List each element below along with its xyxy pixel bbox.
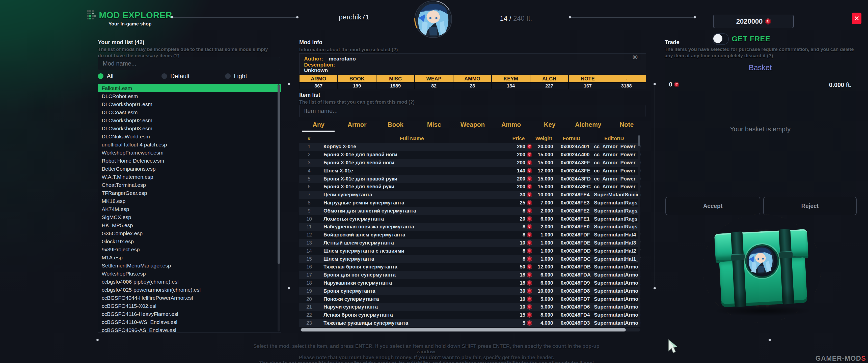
mod-list-item[interactable]: ccBGSFO4116-HeavyFlamer.esl xyxy=(98,310,281,318)
mod-list-item[interactable]: WorkshopPlus.esp xyxy=(98,270,281,278)
mod-list-item[interactable]: Fallout4.esm xyxy=(98,84,281,92)
item-search-input[interactable] xyxy=(299,105,646,117)
item-formid: 0x00248FD8 xyxy=(555,288,588,294)
item-num: 10 xyxy=(299,216,319,222)
category-tab[interactable]: Book xyxy=(376,119,415,130)
accept-button[interactable]: Accept xyxy=(665,197,760,215)
item-row[interactable]: 20 Поножи супермутанта 10 5.000 0x00248F… xyxy=(299,295,641,303)
gutter-line xyxy=(289,84,289,288)
item-row[interactable]: 5 Броня X-01e для правой руки 200 15.000… xyxy=(299,175,641,183)
category-tab[interactable]: Ammo xyxy=(492,119,530,130)
category-tab[interactable]: Misc xyxy=(415,119,454,130)
scrollbar-thumb[interactable] xyxy=(278,85,280,264)
item-row[interactable]: 16 Тяжелая броня супермутанта 50 12.000 … xyxy=(299,263,641,271)
mod-list-item[interactable]: SettlementMenuManager.esp xyxy=(98,262,281,270)
item-row[interactable]: 12 Бойцовский шлем супермутанта 8 1.000 … xyxy=(299,231,641,239)
mod-list-item[interactable]: M1A.esp xyxy=(98,254,281,262)
mod-list-item[interactable]: HK_MP5.esp xyxy=(98,221,281,229)
category-tab[interactable]: Any xyxy=(299,119,338,130)
item-editorid: SupermutantRags2_Arms_P xyxy=(588,208,641,214)
items-scrollbar[interactable] xyxy=(638,135,640,327)
get-free-label[interactable]: GET FREE xyxy=(732,35,770,43)
mod-info-box: Author: mcarofano Description: Unknown 0… xyxy=(299,54,646,74)
category-tab[interactable]: Note xyxy=(607,119,646,130)
mod-list-item[interactable]: ccBGSFO4096-AS_Enclave.esl xyxy=(98,326,281,332)
coin-icon xyxy=(674,82,679,87)
mod-list-item[interactable]: BetterCompanions.esp xyxy=(98,165,281,173)
item-row[interactable]: 18 Нарукавники супермутанта 18 6.000 0x0… xyxy=(299,279,641,287)
item-row[interactable]: 7 Цепи супермутанта 30 10.000 0x00248FE4… xyxy=(299,191,641,199)
item-row[interactable]: 1 Корпус X-01e 280 20.000 0x0024A401 cc_… xyxy=(299,143,641,151)
category-tab[interactable]: Key xyxy=(530,119,569,130)
mod-list-item[interactable]: SigMCX.esp xyxy=(98,213,281,221)
mod-list-item[interactable]: DLCNukaWorld.esm xyxy=(98,133,281,141)
item-editorid: cc_Armor_Power_X01_LegL xyxy=(588,160,641,166)
item-row[interactable]: 10 Лохмотья супермутанта 20 6.000 0x0024… xyxy=(299,215,641,223)
mod-list-item[interactable]: DLCworkshop03.esm xyxy=(98,125,281,133)
category-tab[interactable]: Weapon xyxy=(454,119,492,130)
mod-list-item[interactable]: MK18.esp xyxy=(98,197,281,205)
mod-list-item[interactable]: W.A.T.Minutemen.esp xyxy=(98,173,281,181)
item-row[interactable]: 15 Шлем супермутанта 8 1.000 0x00248FDC … xyxy=(299,255,641,263)
item-row[interactable]: 8 Нагрудные ремни супермутанта 25 7.000 … xyxy=(299,199,641,207)
mod-list-item[interactable]: Glock19x.esp xyxy=(98,237,281,245)
radio-filter[interactable]: All xyxy=(98,72,161,80)
balance-input[interactable]: 2020000 xyxy=(713,14,794,28)
item-row[interactable]: 14 Шлем супермутанта с лезвиями 8 1.000 … xyxy=(299,247,641,255)
mod-list-item[interactable]: WorkshopFramework.esm xyxy=(98,149,281,157)
scrollbar-thumb[interactable] xyxy=(301,328,626,331)
item-row[interactable]: 22 Легкая броня супермутанта 15 8.000 0x… xyxy=(299,311,641,319)
radio-filter[interactable]: Light xyxy=(225,72,289,80)
item-price-value: 200 xyxy=(517,176,525,182)
coin-icon xyxy=(527,297,532,301)
item-name: Броня X-01e для левой руки xyxy=(319,184,505,190)
item-row[interactable]: 17 Броня для ног супермутанта 18 6.000 0… xyxy=(299,271,641,279)
mod-list-scrollbar[interactable] xyxy=(278,85,280,331)
item-weight: 20.000 xyxy=(532,144,555,150)
category-tab[interactable]: Armor xyxy=(338,119,376,130)
mod-list-item[interactable]: AK74M.esp xyxy=(98,205,281,213)
item-formid: 0x00248FE1 xyxy=(555,216,588,222)
item-row[interactable]: 11 Набедренная повязка супермутанта 8 2.… xyxy=(299,223,641,231)
item-row[interactable]: 19 Броня супермутанта 30 10.000 0x00248F… xyxy=(299,287,641,295)
item-row[interactable]: 13 Летный шлем супермутанта 10 1.000 0x0… xyxy=(299,239,641,247)
item-price: 8 xyxy=(505,208,532,214)
item-row[interactable]: 2 Броня X-01e для правой ноги 200 15.000… xyxy=(299,151,641,159)
mod-search-input[interactable] xyxy=(98,57,280,70)
mod-list-item[interactable]: DLCworkshop02.esm xyxy=(98,117,281,125)
items-horizontal-scrollbar[interactable] xyxy=(300,328,641,331)
item-row[interactable]: 4 Шлем X-01e 140 12.000 0x0024A3FE cc_Ar… xyxy=(299,167,641,175)
item-row[interactable]: 9 Обмотки для запястий супермутанта 8 2.… xyxy=(299,207,641,215)
item-num: 14 xyxy=(299,248,319,254)
reject-button[interactable]: Reject xyxy=(763,197,857,215)
item-row[interactable]: 23 Тяжелые рукавицы супермутанта 5 4.000… xyxy=(299,319,641,327)
mod-list-item[interactable]: ccbgsfo4006-pipboy(chrome).esl xyxy=(98,278,281,286)
mod-explorer-shop: MOD EXPLORER Your in-game shop perchik71… xyxy=(0,0,868,363)
item-row[interactable]: 21 Наручи супермутанта 10 5.000 0x00248F… xyxy=(299,303,641,311)
item-row[interactable]: 3 Броня X-01e для левой ноги 200 15.000 … xyxy=(299,159,641,167)
mod-list-item[interactable]: DLCworkshop01.esm xyxy=(98,100,281,108)
radio-filter[interactable]: Default xyxy=(161,72,225,80)
mod-list-item[interactable]: ccBGSFO4115-X02.esl xyxy=(98,302,281,310)
mod-list-item[interactable]: unofficial fallout 4 patch.esp xyxy=(98,141,281,149)
mod-list-item[interactable]: 9x39Project.esp xyxy=(98,245,281,254)
mod-list-item[interactable]: ccbgsfo4025-powerarmorskin(chrome).esl xyxy=(98,286,281,294)
item-editorid: cc_Armor_Power_X01_ArmL xyxy=(588,184,641,190)
mod-list-item[interactable]: Robot Home Defence.esm xyxy=(98,157,281,165)
item-weight: 15.000 xyxy=(532,160,555,166)
mod-list-item[interactable]: DLCCoast.esm xyxy=(98,108,281,117)
item-formid: 0x0024A3FE xyxy=(555,168,588,174)
scrollbar-thumb[interactable] xyxy=(638,135,640,146)
mod-list-item[interactable]: G36Complex.esp xyxy=(98,229,281,237)
item-row[interactable]: 6 Броня X-01e для левой руки 200 15.000 … xyxy=(299,183,641,191)
mod-list-item[interactable]: ccBGSFO4110-WS_Enclave.esl xyxy=(98,318,281,326)
get-free-toggle[interactable] xyxy=(713,33,729,45)
category-tab[interactable]: Alchemy xyxy=(569,119,608,130)
mod-list-item[interactable]: CheatTerminal.esp xyxy=(98,181,281,189)
close-button[interactable]: ✕ xyxy=(852,12,862,24)
mod-list-item[interactable]: DLCRobot.esm xyxy=(98,92,281,100)
mod-list-item[interactable]: ccBGSFO4044-HellfirePowerArmor.esl xyxy=(98,294,281,302)
watermark-accent: S xyxy=(861,355,866,362)
mod-list-item[interactable]: TFRangerGear.esp xyxy=(98,189,281,197)
item-price: 30 xyxy=(505,192,532,198)
